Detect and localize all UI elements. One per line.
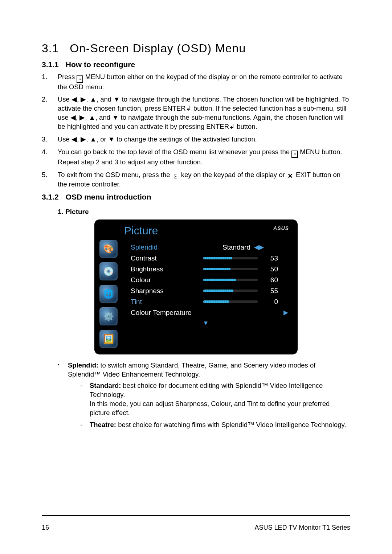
dash-lead: Standard:: [90, 382, 121, 389]
slider-fill: [203, 268, 230, 270]
palette-icon[interactable]: 🎨: [99, 240, 118, 258]
picture-heading: 1. Picture: [58, 208, 350, 216]
osd-title: Picture: [124, 225, 289, 237]
osd-value: 60: [262, 276, 278, 284]
slider-track: [203, 279, 258, 281]
dash-theatre: Theatre: best choice for watching films …: [80, 420, 350, 430]
subsection-312-number: 3.1.2: [42, 193, 64, 201]
gear-icon[interactable]: ⚙️: [99, 307, 118, 325]
osd-panel: ASUS 🎨 💿 🌐 ⚙️ 🖼️ Picture Splendid Standa…: [94, 219, 298, 354]
section-number: 3.1: [42, 42, 59, 55]
menu-icon: ≡: [291, 151, 298, 158]
menu-icon: ≡: [77, 75, 83, 83]
slider-track: [203, 300, 258, 303]
slider-track: [203, 257, 258, 259]
osd-label: Colour: [131, 276, 203, 284]
chevron-right-icon: ▶: [283, 309, 288, 316]
slider-fill: [203, 257, 232, 259]
osd-row-tint[interactable]: Tint 0: [123, 296, 289, 307]
input-source-icon: ⎘: [172, 173, 179, 180]
step-2: Use ◀, ▶, ▲, and ▼ to navigate through t…: [42, 95, 350, 131]
subsection-311-number: 3.1.1: [42, 60, 64, 69]
step-1: Press ≡ MENU button either on the keypad…: [42, 73, 350, 91]
globe-icon[interactable]: 🌐: [99, 285, 118, 303]
slider-fill: [203, 300, 229, 303]
subsection-311-title: How to reconfigure: [66, 60, 135, 69]
osd-tab-icons: 🎨 💿 🌐 ⚙️ 🖼️: [94, 225, 123, 348]
osd-label: Brightness: [131, 265, 203, 273]
steps-list: Press ≡ MENU button either on the keypad…: [42, 73, 350, 189]
chevron-down-icon: ▼: [123, 320, 289, 327]
footer-product: ASUS LED TV Monitor T1 Series: [255, 524, 350, 532]
disc-icon[interactable]: 💿: [99, 262, 118, 280]
osd-label: Sharpness: [131, 287, 203, 295]
osd-brand-logo: ASUS: [273, 225, 289, 231]
image-icon[interactable]: 🖼️: [99, 330, 118, 348]
dash-lead: Theatre:: [90, 421, 116, 428]
bullet-lead: Splendid:: [68, 361, 98, 369]
page-footer: 16 ASUS LED TV Monitor T1 Series: [42, 515, 350, 532]
step-5: To exit from the OSD menu, press the ⎘ k…: [42, 171, 350, 189]
subsection-311: 3.1.1 How to reconfigure: [42, 60, 350, 69]
osd-row-splendid[interactable]: Splendid Standard ◀ ▶: [123, 242, 289, 253]
bullet-splendid: Splendid: to switch among Standard, Thea…: [58, 361, 350, 430]
osd-label: Contrast: [131, 254, 203, 262]
slider-fill: [203, 290, 233, 292]
osd-label: Colour Temperature: [131, 309, 192, 317]
slider-fill: [203, 279, 236, 281]
osd-row-brightness[interactable]: Brightness 50: [123, 264, 289, 275]
osd-row-contrast[interactable]: Contrast 53: [123, 253, 289, 264]
left-right-arrows-icon: ◀ ▶: [254, 243, 263, 251]
subsection-312: 3.1.2 OSD menu introduction: [42, 193, 350, 201]
osd-value: 0: [262, 298, 278, 306]
osd-value: 55: [262, 287, 278, 295]
osd-label: Splendid: [131, 243, 203, 251]
step-4: You can go back to the top level of the …: [42, 148, 350, 167]
slider-track: [203, 268, 258, 270]
osd-value: Standard: [203, 243, 250, 251]
osd-row-sharpness[interactable]: Sharpness 55: [123, 286, 289, 296]
close-icon: ✕: [287, 172, 294, 180]
section-heading: 3.1 On-Screen Display (OSD) Menu: [42, 42, 350, 55]
page-number: 16: [42, 524, 49, 532]
osd-row-colour-temperature[interactable]: Colour Temperature ▶: [123, 307, 289, 318]
step-3: Use ◀, ▶, ▲, or ▼ to change the settings…: [42, 135, 350, 144]
osd-value: 50: [262, 265, 278, 273]
dash-standard: Standard: best choice for document editi…: [80, 381, 350, 418]
feature-bullets: Splendid: to switch among Standard, Thea…: [58, 361, 350, 430]
slider-track: [203, 290, 258, 292]
subsection-312-title: OSD menu introduction: [66, 193, 151, 201]
osd-row-colour[interactable]: Colour 60: [123, 275, 289, 286]
osd-label: Tint: [131, 298, 203, 306]
section-title-text: On-Screen Display (OSD) Menu: [70, 42, 246, 55]
osd-value: 53: [262, 254, 278, 262]
